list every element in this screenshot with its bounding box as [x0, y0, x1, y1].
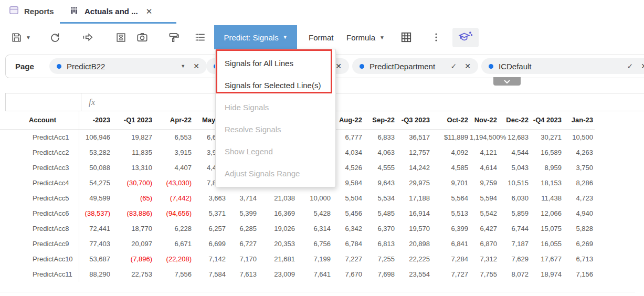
tab-close-icon[interactable]: ✕ [146, 7, 153, 16]
collapse-page-bar-button[interactable] [493, 77, 521, 86]
value-cell[interactable]: 5,456 [332, 206, 364, 221]
value-cell[interactable]: 5,504 [332, 191, 364, 206]
value-cell[interactable]: 4,555 [364, 160, 396, 175]
value-cell[interactable]: 6,342 [332, 221, 364, 236]
value-cell[interactable]: 7,698 [364, 267, 396, 282]
value-cell[interactable]: 11,835 [112, 145, 154, 160]
dismiss-tour-button[interactable] [452, 28, 479, 47]
value-cell[interactable]: 18,153 [530, 175, 563, 191]
refresh-button[interactable] [49, 25, 61, 49]
value-cell[interactable]: 36,517 [396, 130, 431, 145]
value-cell[interactable]: 54,275 [79, 175, 112, 191]
value-cell[interactable]: 6,784 [332, 236, 364, 251]
value-cell[interactable]: 4,092 [431, 145, 470, 160]
account-cell[interactable]: PredictAcc1 [0, 130, 79, 145]
value-cell[interactable]: 5,534 [364, 191, 396, 206]
value-cell[interactable]: 16,589 [530, 145, 563, 160]
value-cell[interactable]: 50,088 [79, 160, 112, 175]
value-cell[interactable]: (7,896) [112, 251, 154, 267]
value-cell[interactable]: 23,009 [258, 267, 297, 282]
value-cell[interactable]: 7,227 [332, 251, 364, 267]
account-cell[interactable]: PredictAcc2 [0, 145, 79, 160]
value-cell[interactable]: 7,629 [499, 251, 530, 267]
value-cell[interactable]: 6,030 [499, 191, 530, 206]
column-header-q1-2023[interactable]: -Q1 2023 [112, 111, 154, 130]
value-cell[interactable]: 16,369 [258, 206, 297, 221]
account-cell[interactable]: PredictAcc6 [0, 206, 79, 221]
paint-roller-button[interactable] [167, 25, 180, 49]
value-cell[interactable]: 18,770 [112, 221, 154, 236]
value-cell[interactable]: 5,513 [431, 206, 470, 221]
value-cell[interactable]: 5,485 [364, 206, 396, 221]
value-cell[interactable]: 9,643 [364, 175, 396, 191]
value-cell[interactable]: 7,284 [431, 251, 470, 267]
value-cell[interactable]: 49,599 [79, 191, 112, 206]
value-cell[interactable]: 7,613 [227, 267, 258, 282]
value-cell[interactable]: 6,427 [470, 221, 499, 236]
value-cell[interactable]: (43,030) [154, 175, 193, 191]
value-cell[interactable]: (38,537) [79, 206, 112, 221]
value-cell[interactable]: 53,687 [79, 251, 112, 267]
account-cell[interactable]: PredictAcc10 [0, 251, 79, 267]
value-cell[interactable]: 7,584 [193, 267, 227, 282]
value-cell[interactable]: 6,713 [563, 251, 595, 267]
value-cell[interactable]: 10,515 [499, 175, 530, 191]
value-cell[interactable]: 13,310 [112, 160, 154, 175]
value-cell[interactable]: 29,975 [396, 175, 431, 191]
column-header-dec-22[interactable]: Dec-22 [499, 111, 530, 130]
box-x-button[interactable] [115, 25, 127, 49]
value-cell[interactable]: 4,614 [470, 160, 499, 175]
value-cell[interactable]: 5,564 [431, 191, 470, 206]
value-cell[interactable]: 7,156 [563, 267, 595, 282]
formula-input[interactable] [95, 93, 644, 111]
value-cell[interactable]: 4,723 [563, 191, 595, 206]
value-cell[interactable]: 1,194,500% [470, 130, 499, 145]
value-cell[interactable]: 6,671 [154, 236, 193, 251]
value-cell[interactable]: 17,188 [396, 191, 431, 206]
value-cell[interactable]: (7,442) [154, 191, 193, 206]
column-header-q3-2023[interactable]: -Q3 2023 [396, 111, 431, 130]
value-cell[interactable]: 6,777 [332, 130, 364, 145]
value-cell[interactable]: 7,255 [364, 251, 396, 267]
close-icon[interactable]: ✕ [464, 62, 471, 70]
column-header-apr-22[interactable]: Apr-22 [154, 111, 193, 130]
value-cell[interactable]: 6,370 [364, 221, 396, 236]
column-header-jan-23[interactable]: Jan-23 [563, 111, 595, 130]
account-cell[interactable]: PredictAcc11 [0, 267, 79, 282]
value-cell[interactable]: 22,225 [396, 251, 431, 267]
value-cell[interactable]: 6,399 [431, 221, 470, 236]
column-header-account[interactable]: Account [0, 111, 79, 130]
value-cell[interactable]: 6,285 [227, 221, 258, 236]
formula-button[interactable]: Formula ▼ [346, 25, 385, 49]
page-pill-predictdepartment[interactable]: PredictDepartment✓✕ [352, 58, 478, 74]
value-cell[interactable]: 4,063 [364, 145, 396, 160]
name-box-input[interactable] [6, 93, 81, 111]
value-cell[interactable]: 4,940 [563, 206, 595, 221]
value-cell[interactable]: 5,859 [499, 206, 530, 221]
value-cell[interactable]: 7,170 [227, 251, 258, 267]
value-cell[interactable]: 6,228 [154, 221, 193, 236]
value-cell[interactable]: 16,055 [530, 236, 563, 251]
value-cell[interactable]: 5,399 [227, 206, 258, 221]
value-cell[interactable]: 5,828 [563, 221, 595, 236]
value-cell[interactable]: 5,043 [499, 160, 530, 175]
value-cell[interactable]: 5,428 [297, 206, 332, 221]
value-cell[interactable]: 19,570 [396, 221, 431, 236]
value-cell[interactable]: 6,833 [364, 130, 396, 145]
account-cell[interactable]: PredictAcc3 [0, 160, 79, 175]
value-cell[interactable]: 10,500 [563, 130, 595, 145]
value-cell[interactable]: 4,034 [332, 145, 364, 160]
column-header-sep-22[interactable]: Sep-22 [364, 111, 396, 130]
save-button[interactable]: ▼ [10, 25, 31, 49]
account-cell[interactable]: PredictAcc9 [0, 236, 79, 251]
value-cell[interactable]: 20,353 [258, 236, 297, 251]
column-header-q4-2023[interactable]: -Q4 2023 [530, 111, 563, 130]
check-icon[interactable]: ✓ [627, 62, 634, 70]
value-cell[interactable]: 53,282 [79, 145, 112, 160]
value-cell[interactable]: 7,142 [193, 251, 227, 267]
value-cell[interactable]: 72,441 [79, 221, 112, 236]
value-cell[interactable]: 6,727 [227, 236, 258, 251]
value-cell[interactable]: 6,756 [297, 236, 332, 251]
value-cell[interactable]: 12,066 [530, 206, 563, 221]
value-cell[interactable]: (65) [112, 191, 154, 206]
